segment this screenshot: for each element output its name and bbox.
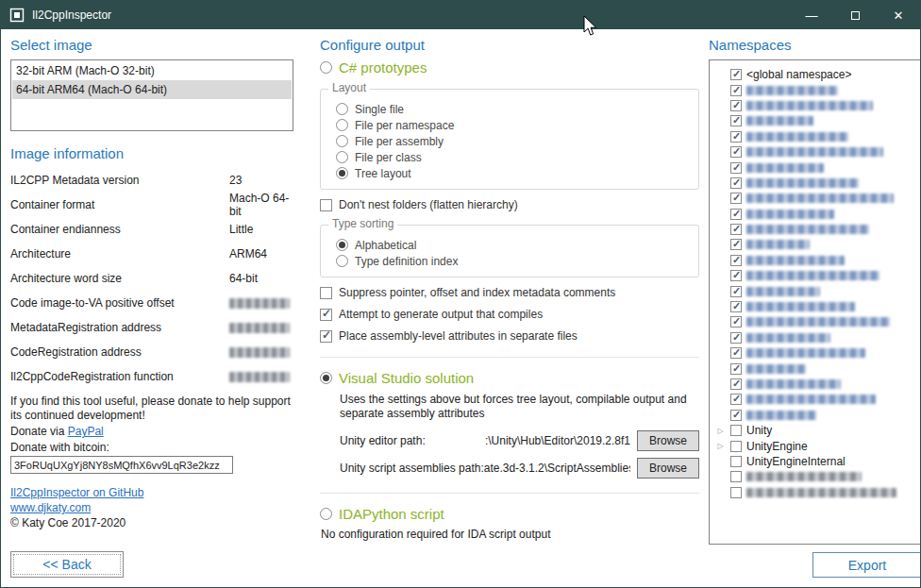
namespaces-panel: Namespaces <global namespace>▷Unity▷Unit… <box>709 37 921 578</box>
namespace-item[interactable] <box>715 314 918 329</box>
export-button[interactable]: Export <box>812 552 921 578</box>
namespace-item[interactable] <box>715 237 918 252</box>
namespace-item[interactable] <box>715 113 918 128</box>
namespace-item[interactable] <box>715 129 918 144</box>
window-title: Il2CppInspector <box>32 8 111 22</box>
layout-options: Single fileFile per namespaceFile per as… <box>336 101 689 181</box>
caption-buttons: — ✕ <box>790 1 920 29</box>
browse-assemblies-button[interactable]: Browse <box>637 458 699 479</box>
copyright: © Katy Coe 2017-2020 <box>10 515 293 530</box>
visual-studio-option[interactable]: Visual Studio solution <box>320 370 699 386</box>
checkbox-icon <box>730 270 742 281</box>
image-info-heading: Image information <box>10 145 293 161</box>
radio-icon <box>336 135 348 147</box>
flatten-checkbox[interactable]: Don't nest folders (flatten hierarchy) <box>320 198 699 211</box>
namespace-item[interactable] <box>715 361 918 376</box>
info-value <box>229 372 290 382</box>
checkbox-icon <box>730 394 742 405</box>
namespace-item[interactable] <box>715 253 918 268</box>
checkbox-icon <box>730 378 742 390</box>
checkbox-icon <box>730 209 742 220</box>
checkbox-icon <box>730 410 742 421</box>
expander-icon[interactable]: ▷ <box>715 442 726 450</box>
checkbox-icon <box>320 199 332 211</box>
expander-icon[interactable]: ▷ <box>715 427 726 435</box>
donate-via-label: Donate via <box>10 425 68 438</box>
sorting-option[interactable]: Type definition index <box>336 253 689 269</box>
paypal-link[interactable]: PayPal <box>68 425 104 438</box>
namespace-label <box>746 287 820 296</box>
maximize-button[interactable] <box>833 1 877 29</box>
namespaces-list[interactable]: <global namespace>▷Unity▷UnityEngineUnit… <box>709 59 921 545</box>
namespace-item[interactable] <box>715 268 918 283</box>
namespace-item[interactable] <box>715 377 918 392</box>
namespace-label <box>746 317 890 327</box>
output-option-checkbox[interactable]: Suppress pointer, offset and index metad… <box>320 286 699 299</box>
namespace-item[interactable] <box>715 222 918 237</box>
namespace-item[interactable] <box>715 299 918 314</box>
namespace-item[interactable] <box>715 144 918 160</box>
configure-heading: Configure output <box>320 37 699 53</box>
info-label: MetadataRegistration address <box>10 321 229 334</box>
output-option-checkbox[interactable]: Place assembly-level attributes in separ… <box>320 329 699 343</box>
namespace-item[interactable] <box>715 469 918 484</box>
image-listbox[interactable]: 32-bit ARM (Mach-O 32-bit)64-bit ARM64 (… <box>10 59 293 131</box>
csharp-prototypes-option[interactable]: C# prototypes <box>320 59 699 76</box>
namespace-item[interactable]: UnityEngineInternal <box>715 454 918 469</box>
namespace-item[interactable] <box>715 98 918 113</box>
namespace-item[interactable] <box>715 392 918 407</box>
section-divider <box>320 493 699 494</box>
image-list-item[interactable]: 64-bit ARM64 (Mach-O 64-bit) <box>12 80 292 99</box>
namespace-item[interactable] <box>715 345 918 361</box>
option-label: File per namespace <box>355 119 454 132</box>
maximize-icon <box>851 11 860 20</box>
namespace-item[interactable] <box>715 191 918 206</box>
layout-option[interactable]: File per namespace <box>336 117 689 133</box>
layout-option[interactable]: Tree layout <box>336 165 689 181</box>
layout-option[interactable]: File per assembly <box>336 133 689 149</box>
sorting-option[interactable]: Alphabetical <box>336 237 689 253</box>
namespace-label <box>746 86 838 95</box>
donate-text: If you find this tool useful, please don… <box>10 395 293 423</box>
namespace-item[interactable] <box>715 160 918 175</box>
namespace-item[interactable] <box>715 408 918 423</box>
namespace-item[interactable] <box>715 485 918 500</box>
namespace-item[interactable]: ▷UnityEngine <box>715 438 918 453</box>
info-row: Code image-to-VA positive offset <box>10 291 293 315</box>
idapython-description: No configuration required for IDA script… <box>321 528 699 541</box>
configure-panel: Configure output C# prototypes Layout Si… <box>320 37 699 578</box>
info-label: IL2CPP Metadata version <box>10 174 229 187</box>
github-link[interactable]: Il2CppInspector on GitHub <box>10 485 293 500</box>
image-list-item[interactable]: 32-bit ARM (Mach-O 32-bit) <box>12 61 292 80</box>
output-option-checkbox[interactable]: Attempt to generate output that compiles <box>320 308 699 321</box>
namespace-item[interactable] <box>715 283 918 298</box>
donate-bitcoin-label: Donate with bitcoin: <box>10 440 293 455</box>
close-button[interactable]: ✕ <box>877 1 920 29</box>
unity-editor-path-label: Unity editor path: <box>340 434 426 447</box>
info-row: Container endiannessLittle <box>10 217 293 242</box>
option-label: Place assembly-level attributes in separ… <box>339 329 578 343</box>
radio-icon <box>336 255 348 267</box>
namespace-item[interactable] <box>715 176 918 191</box>
namespace-label <box>746 132 848 142</box>
bitcoin-address-input[interactable] <box>10 456 233 474</box>
titlebar[interactable]: Il2CppInspector — ✕ <box>1 1 920 29</box>
info-row: Il2CppCodeRegistration function <box>10 364 293 389</box>
namespace-item[interactable]: ▷Unity <box>715 423 918 438</box>
namespace-label <box>746 101 873 110</box>
checkbox-icon <box>730 224 742 235</box>
info-row: IL2CPP Metadata version23 <box>10 168 293 193</box>
output-checkboxes: Suppress pointer, offset and index metad… <box>320 286 699 343</box>
website-link[interactable]: www.djkaty.com <box>10 500 293 515</box>
idapython-option[interactable]: IDAPython script <box>320 506 699 522</box>
checkbox-icon <box>730 177 742 189</box>
namespace-item[interactable] <box>715 207 918 222</box>
namespace-item[interactable] <box>715 330 918 345</box>
layout-option[interactable]: Single file <box>336 101 689 117</box>
minimize-button[interactable]: — <box>790 1 833 29</box>
layout-option[interactable]: File per class <box>336 149 689 165</box>
namespace-item[interactable]: <global namespace> <box>715 67 918 82</box>
namespace-item[interactable] <box>715 82 918 97</box>
browse-editor-button[interactable]: Browse <box>637 430 699 451</box>
back-button[interactable]: << Back <box>10 551 124 578</box>
